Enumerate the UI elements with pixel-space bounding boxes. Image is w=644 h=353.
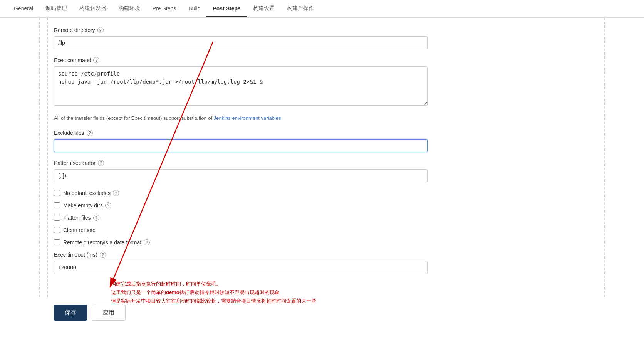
tab-general[interactable]: General — [8, 1, 39, 17]
remote-dir-date-format-checkbox[interactable] — [54, 239, 60, 245]
exec-timeout-label: Exec timeout (ms) ? — [54, 252, 428, 258]
exec-command-help-icon[interactable]: ? — [93, 57, 99, 63]
remote-dir-date-format-help-icon[interactable]: ? — [144, 239, 150, 245]
apply-button[interactable]: 应用 — [92, 305, 126, 321]
exclude-files-group: Exclude files ? — [54, 130, 428, 152]
exclude-files-label: Exclude files ? — [54, 130, 428, 136]
clean-remote-checkbox[interactable] — [54, 227, 60, 233]
remote-directory-input[interactable] — [54, 36, 428, 49]
tab-build[interactable]: Build — [182, 1, 206, 17]
remote-directory-label: Remote directory ? — [54, 27, 428, 33]
remote-directory-help-icon[interactable]: ? — [97, 27, 104, 33]
exec-timeout-group: Exec timeout (ms) ? — [54, 252, 428, 274]
tab-settings[interactable]: 构建设置 — [247, 0, 281, 18]
flatten-files-group: Flatten files ? — [54, 215, 428, 221]
tab-post-steps[interactable]: Post Steps — [206, 1, 247, 17]
make-empty-dirs-checkbox[interactable] — [54, 202, 60, 208]
no-default-excludes-group: No default excludes ? — [54, 190, 428, 196]
tab-post-build[interactable]: 构建后操作 — [281, 0, 320, 18]
exclude-files-input[interactable] — [54, 139, 428, 152]
pattern-separator-group: Pattern separator ? — [54, 160, 428, 182]
pattern-separator-label: Pattern separator ? — [54, 160, 428, 166]
info-text: All of the transfer fields (except for E… — [54, 114, 428, 122]
exec-timeout-help-icon[interactable]: ? — [100, 252, 106, 258]
pattern-separator-input[interactable] — [54, 169, 428, 182]
button-bar: 保存 应用 — [0, 297, 644, 328]
exec-command-group: Exec command ? — [54, 57, 428, 107]
no-default-excludes-help-icon[interactable]: ? — [113, 190, 119, 196]
remote-directory-group: Remote directory ? — [54, 27, 428, 49]
save-button[interactable]: 保存 — [54, 305, 87, 321]
make-empty-dirs-help-icon[interactable]: ? — [105, 202, 111, 208]
exec-command-label: Exec command ? — [54, 57, 428, 63]
no-default-excludes-checkbox[interactable] — [54, 190, 60, 196]
pattern-separator-help-icon[interactable]: ? — [98, 160, 104, 166]
tab-source[interactable]: 源码管理 — [39, 0, 73, 18]
flatten-files-help-icon[interactable]: ? — [93, 215, 99, 221]
flatten-files-checkbox[interactable] — [54, 215, 60, 221]
tab-bar: General 源码管理 构建触发器 构建环境 Pre Steps Build … — [0, 0, 644, 18]
exclude-files-help-icon[interactable]: ? — [87, 130, 93, 136]
remote-dir-date-format-group: Remote directoryis a date format ? — [54, 239, 428, 245]
jenkins-env-vars-link[interactable]: Jenkins environment variables — [214, 115, 281, 121]
exec-timeout-input[interactable] — [54, 261, 428, 274]
tab-pre-steps[interactable]: Pre Steps — [146, 1, 182, 17]
exec-command-textarea[interactable] — [54, 66, 428, 106]
tab-triggers[interactable]: 构建触发器 — [73, 0, 112, 18]
tab-env[interactable]: 构建环境 — [112, 0, 146, 18]
make-empty-dirs-group: Make empty dirs ? — [54, 202, 428, 208]
clean-remote-group: Clean remote — [54, 227, 428, 233]
